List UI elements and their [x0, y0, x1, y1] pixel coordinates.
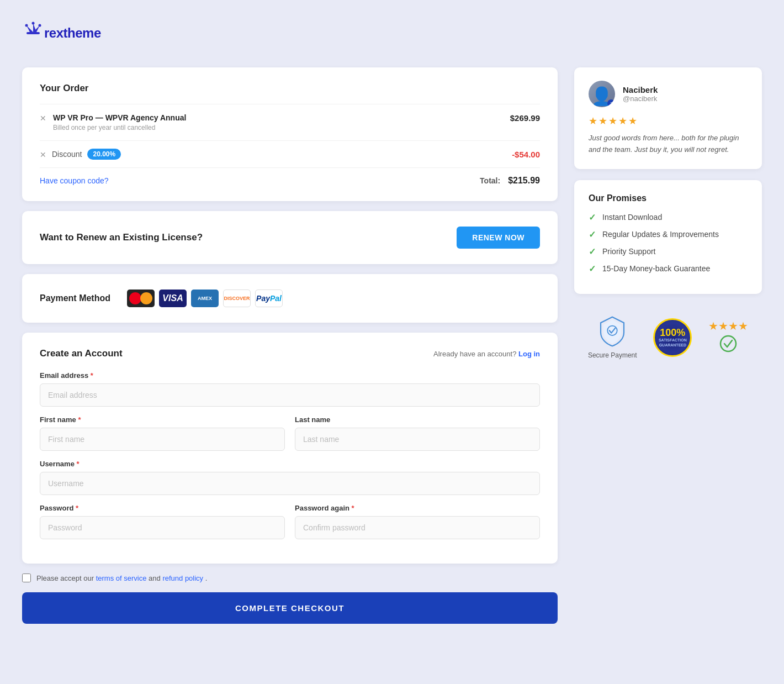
- secure-payment-shield: [597, 316, 628, 347]
- already-text: Already have an account?: [433, 350, 516, 358]
- last-name-group: Last name: [295, 415, 540, 451]
- renew-button[interactable]: RENEW NOW: [457, 227, 540, 249]
- email-required: *: [91, 371, 93, 380]
- account-login-text: Already have an account? Log in: [433, 350, 540, 358]
- tos-text: Please accept our terms of service and r…: [36, 574, 207, 582]
- username-required: *: [77, 460, 80, 468]
- confirm-password-input[interactable]: [295, 516, 540, 539]
- order-footer: Have coupon code? Total: $215.99: [40, 167, 540, 186]
- rating-stars: ★★★★: [708, 319, 748, 356]
- promise-text-1: Instant Download: [602, 213, 662, 222]
- order-item-left: ✕ WP VR Pro — WPVR Agency Annual Billed …: [40, 113, 186, 131]
- password-label: Password *: [40, 504, 285, 512]
- total-label: Total:: [480, 176, 500, 185]
- coupon-link[interactable]: Have coupon code?: [40, 176, 109, 185]
- svg-point-4: [32, 22, 35, 25]
- svg-text:rextheme: rextheme: [44, 25, 101, 40]
- review-stars: ★★★★★: [589, 115, 748, 127]
- first-name-input[interactable]: [40, 428, 285, 451]
- username-group: Username *: [40, 460, 540, 495]
- total-row: Total: $215.99: [480, 176, 540, 186]
- email-label: Email address *: [40, 371, 540, 380]
- trust-row: Secure Payment 100% SATISFACTIONGUARANTE…: [574, 305, 762, 370]
- promise-text-4: 15-Day Money-back Guarantee: [602, 264, 710, 273]
- refund-link[interactable]: refund policy: [162, 574, 203, 582]
- svg-point-3: [25, 24, 28, 27]
- account-header: Create an Account Already have an accoun…: [40, 348, 540, 359]
- promises-card: Our Promises ✓ Instant Download ✓ Regula…: [574, 180, 762, 294]
- amex-icon: AMEX: [191, 290, 219, 307]
- password-input[interactable]: [40, 516, 285, 539]
- payment-method-row: Payment Method VISA AMEX DISCOVER PayPal: [40, 290, 540, 307]
- renew-card: Want to Renew an Existing License? RENEW…: [22, 211, 558, 264]
- remove-item-button[interactable]: ✕: [40, 114, 46, 122]
- first-name-required: *: [78, 415, 81, 424]
- reviewer-info: Naciberk @naciberk: [623, 85, 658, 103]
- password-group: Password *: [40, 504, 285, 539]
- remove-discount-button[interactable]: ✕: [40, 151, 46, 159]
- paypal-icon: PayPal: [255, 290, 283, 307]
- review-text: Just good words from here... both for th…: [589, 133, 748, 156]
- promise-updates: ✓ Regular Updates & Improvements: [589, 229, 748, 240]
- secure-payment-label: Secure Payment: [588, 351, 637, 359]
- username-label: Username *: [40, 460, 540, 468]
- reviewer-row: 👤 " Naciberk @naciberk: [589, 81, 748, 107]
- login-link[interactable]: Log in: [518, 350, 540, 358]
- logo: rextheme: [22, 17, 762, 51]
- secure-payment-item: Secure Payment: [588, 316, 637, 359]
- svg-marker-0: [27, 25, 33, 32]
- discount-left: ✕ Discount 20.00%: [40, 149, 121, 160]
- order-item-billing: Billed once per year until cancelled: [53, 124, 186, 131]
- email-input[interactable]: [40, 383, 540, 407]
- order-item: ✕ WP VR Pro — WPVR Agency Annual Billed …: [40, 104, 540, 140]
- tos-checkbox[interactable]: [22, 573, 31, 582]
- visa-icon: VISA: [159, 290, 187, 307]
- payment-card: Payment Method VISA AMEX DISCOVER PayPal: [22, 274, 558, 323]
- discount-badge: 20.00%: [87, 149, 121, 160]
- right-column: 👤 " Naciberk @naciberk ★★★★★ Just good w…: [574, 67, 762, 370]
- mc-circle-right: [140, 292, 152, 304]
- check-icon-2: ✓: [589, 229, 596, 240]
- username-input[interactable]: [40, 472, 540, 495]
- total-price: $215.99: [508, 176, 540, 186]
- review-card: 👤 " Naciberk @naciberk ★★★★★ Just good w…: [574, 67, 762, 169]
- svg-rect-6: [27, 32, 40, 34]
- promise-text-3: Priority Support: [602, 247, 655, 256]
- left-column: Your Order ✕ WP VR Pro — WPVR Agency Ann…: [22, 67, 558, 624]
- mastercard-icon: [127, 290, 155, 307]
- mc-circle-left: [129, 292, 141, 304]
- avatar: 👤 ": [589, 81, 615, 107]
- satisfaction-seal: 100% SATISFACTIONGUARANTEED: [653, 318, 692, 357]
- discover-icon: DISCOVER: [223, 290, 251, 307]
- promise-instant: ✓ Instant Download: [589, 212, 748, 223]
- check-icon-1: ✓: [589, 212, 596, 223]
- rating-check-icon: [719, 335, 737, 356]
- renew-title: Want to Renew an Existing License?: [40, 232, 203, 243]
- last-name-input[interactable]: [295, 428, 540, 451]
- password-required: *: [76, 504, 78, 512]
- order-item-price: $269.99: [510, 113, 540, 123]
- tos-link[interactable]: terms of service: [96, 574, 147, 582]
- password-again-required: *: [352, 504, 354, 512]
- discount-row: ✕ Discount 20.00% -$54.00: [40, 140, 540, 167]
- account-title: Create an Account: [40, 348, 123, 359]
- svg-point-9: [721, 336, 736, 351]
- check-icon-4: ✓: [589, 264, 596, 274]
- svg-point-5: [39, 24, 41, 27]
- tos-row: Please accept our terms of service and r…: [22, 573, 558, 582]
- password-row: Password * Password again *: [40, 504, 540, 539]
- order-title: Your Order: [40, 83, 540, 94]
- order-item-details: WP VR Pro — WPVR Agency Annual Billed on…: [53, 113, 186, 131]
- name-row: First name * Last name: [40, 415, 540, 451]
- password-again-label: Password again *: [295, 504, 540, 512]
- logo-text: rextheme: [22, 33, 116, 50]
- password-again-group: Password again *: [295, 504, 540, 539]
- main-layout: Your Order ✕ WP VR Pro — WPVR Agency Ann…: [22, 67, 762, 624]
- last-name-label: Last name: [295, 415, 540, 424]
- promise-support: ✓ Priority Support: [589, 246, 748, 257]
- checkout-button[interactable]: COMPLETE CHECKOUT: [22, 592, 558, 624]
- account-card: Create an Account Already have an accoun…: [22, 333, 558, 564]
- first-name-group: First name *: [40, 415, 285, 451]
- discount-price: -$54.00: [512, 150, 540, 159]
- check-icon-3: ✓: [589, 246, 596, 257]
